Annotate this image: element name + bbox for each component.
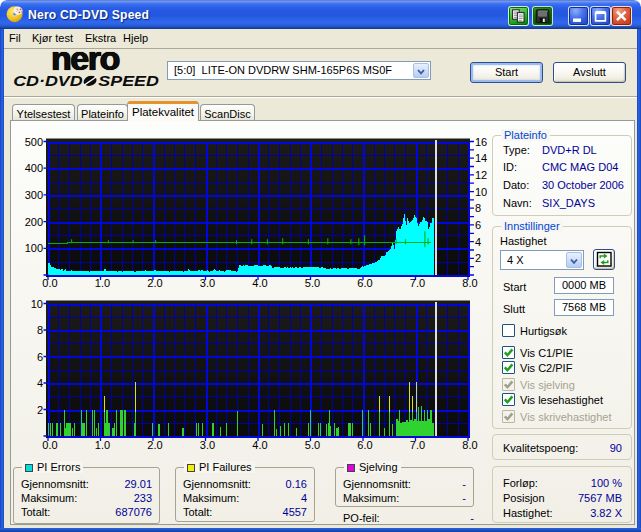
svg-text:1.0: 1.0 xyxy=(95,439,110,451)
svg-text:2: 2 xyxy=(37,404,43,416)
svg-text:5.0: 5.0 xyxy=(305,277,320,289)
svg-text:3.0: 3.0 xyxy=(200,277,215,289)
svg-text:10: 10 xyxy=(475,186,487,198)
svg-text:8: 8 xyxy=(475,202,481,214)
svg-text:5.0: 5.0 xyxy=(305,439,320,451)
svg-text:7.0: 7.0 xyxy=(410,277,425,289)
svg-text:10: 10 xyxy=(31,298,43,310)
svg-text:0.0: 0.0 xyxy=(42,439,57,451)
svg-text:300: 300 xyxy=(25,189,43,201)
svg-text:2.0: 2.0 xyxy=(147,277,162,289)
svg-text:6: 6 xyxy=(475,219,481,231)
svg-text:2.0: 2.0 xyxy=(147,439,162,451)
svg-text:7.0: 7.0 xyxy=(410,439,425,451)
svg-text:4: 4 xyxy=(475,236,481,248)
svg-text:2: 2 xyxy=(475,252,481,264)
svg-text:6.0: 6.0 xyxy=(357,439,372,451)
svg-text:100: 100 xyxy=(25,242,43,254)
svg-text:1.0: 1.0 xyxy=(95,277,110,289)
svg-text:14: 14 xyxy=(475,152,487,164)
svg-text:500: 500 xyxy=(25,136,43,148)
svg-text:16: 16 xyxy=(475,136,487,148)
svg-text:6.0: 6.0 xyxy=(357,277,372,289)
svg-text:4.0: 4.0 xyxy=(252,439,267,451)
svg-text:3.0: 3.0 xyxy=(200,439,215,451)
svg-text:6: 6 xyxy=(37,351,43,363)
svg-text:8.0: 8.0 xyxy=(462,277,477,289)
svg-text:400: 400 xyxy=(25,162,43,174)
svg-text:8: 8 xyxy=(37,324,43,336)
svg-text:4.0: 4.0 xyxy=(252,277,267,289)
svg-text:8.0: 8.0 xyxy=(462,439,477,451)
svg-text:0.0: 0.0 xyxy=(42,277,57,289)
svg-text:4: 4 xyxy=(37,377,43,389)
svg-text:12: 12 xyxy=(475,169,487,181)
svg-text:200: 200 xyxy=(25,216,43,228)
